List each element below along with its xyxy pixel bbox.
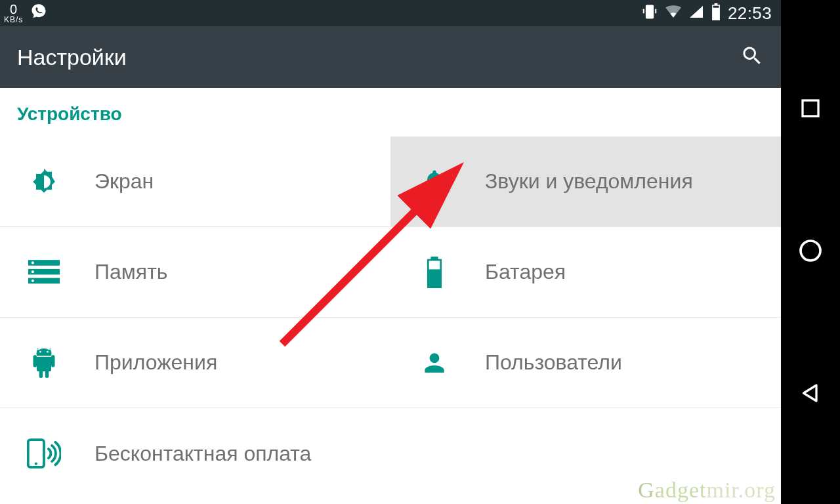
network-speed-indicator: 0 KB/s — [4, 3, 23, 24]
settings-item-apps[interactable]: Приложения — [0, 318, 390, 408]
section-title-device: Устройство — [0, 88, 781, 136]
battery-icon — [415, 257, 453, 288]
app-header: Настройки — [0, 26, 781, 88]
settings-item-sound[interactable]: Звуки и уведомления — [390, 136, 781, 227]
page-title: Настройки — [17, 45, 740, 70]
settings-item-label: Приложения — [94, 350, 217, 375]
svg-rect-8 — [429, 261, 440, 269]
settings-item-memory[interactable]: Память — [0, 227, 390, 318]
svg-point-5 — [32, 261, 34, 264]
system-nav-bar — [781, 0, 840, 504]
svg-point-13 — [801, 241, 820, 261]
settings-grid: Экран Звуки и уведомления Память Батарея — [0, 136, 781, 499]
settings-item-label: Пользователи — [485, 350, 622, 375]
memory-icon — [25, 259, 63, 285]
search-icon[interactable] — [740, 44, 764, 70]
signal-icon — [688, 5, 704, 22]
viber-icon — [30, 3, 48, 24]
svg-point-7 — [32, 279, 34, 282]
settings-item-nfc-payment[interactable]: Бесконтактная оплата — [0, 408, 390, 499]
settings-item-label: Батарея — [485, 260, 566, 284]
settings-item-display[interactable]: Экран — [0, 136, 390, 227]
back-button[interactable] — [799, 381, 822, 408]
bell-icon — [415, 167, 453, 196]
speed-unit: KB/s — [4, 16, 23, 24]
svg-rect-0 — [647, 6, 653, 17]
recent-apps-button[interactable] — [799, 96, 822, 123]
svg-point-6 — [32, 270, 34, 273]
svg-point-10 — [35, 463, 37, 465]
wifi-icon — [665, 5, 682, 22]
watermark: Gadgetmir.org — [638, 478, 776, 503]
status-bar: 0 KB/s 22:53 — [0, 0, 781, 26]
tap-and-pay-icon — [25, 438, 63, 469]
settings-content: Устройство Экран Звуки и уведомления Пам… — [0, 88, 781, 504]
home-button[interactable] — [797, 238, 824, 266]
svg-rect-12 — [803, 100, 818, 116]
settings-item-label: Звуки и уведомления — [485, 169, 693, 194]
settings-item-battery[interactable]: Батарея — [390, 227, 781, 318]
vibrate-icon — [641, 3, 658, 24]
settings-item-label: Экран — [94, 169, 154, 194]
battery-icon — [711, 3, 721, 24]
speed-value: 0 — [10, 3, 18, 16]
settings-item-label: Бесконтактная оплата — [94, 442, 311, 466]
brightness-icon — [25, 166, 63, 198]
settings-item-label: Память — [94, 260, 167, 284]
svg-rect-1 — [713, 5, 719, 7]
person-icon — [415, 348, 453, 377]
settings-item-users[interactable]: Пользователи — [390, 318, 781, 408]
android-icon — [25, 347, 63, 379]
clock: 22:53 — [728, 3, 772, 24]
